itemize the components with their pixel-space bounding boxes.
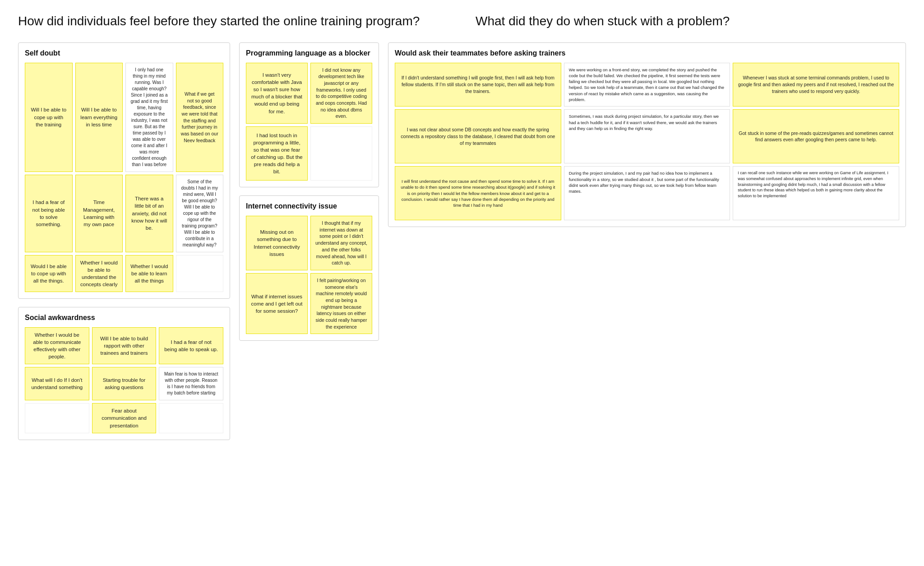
list-item: Will I be able to build rapport with oth… <box>92 327 157 364</box>
list-item: I did not know any development tech like… <box>310 63 372 124</box>
right-page-title: What did they do when stuck with a probl… <box>476 14 906 29</box>
self-doubt-title: Self doubt <box>25 49 223 57</box>
list-item: I felt pairing/working on someone else's… <box>310 273 372 334</box>
list-item: If I didn't understand something I will … <box>395 63 561 107</box>
list-item: I only had one thing in my mind running.… <box>125 63 173 172</box>
list-item: I was not clear about some DB concepts a… <box>395 109 561 163</box>
list-item <box>176 255 224 292</box>
list-item: Whether I would be able to understand th… <box>75 255 123 292</box>
list-item <box>310 126 372 181</box>
list-item: I can recall one such instance while we … <box>733 166 899 220</box>
list-item: Would I be able to cope up with all the … <box>25 255 73 292</box>
left-page-title: How did individuals feel before they sta… <box>18 14 448 29</box>
internet-grid: Missing out on something due to Internet… <box>246 216 372 334</box>
header-right: What did they do when stuck with a probl… <box>476 14 906 29</box>
list-item: Main fear is how to interact with other … <box>159 367 223 400</box>
list-item: Got stuck in some of the pre-reads quizz… <box>733 109 899 163</box>
teammates-grid: If I didn't understand something I will … <box>395 63 899 221</box>
prog-grid: I wasn't very comfortable with Java so I… <box>246 63 372 181</box>
list-item: What will I do If I don't understand som… <box>25 367 89 400</box>
social-grid: Whether I would be able to communicate e… <box>25 327 223 433</box>
programming-group: Programming language as a blocker I wasn… <box>239 42 379 188</box>
list-item: Will I be able to cope up with the train… <box>25 63 73 172</box>
right-section: Would ask their teammates before asking … <box>388 42 906 448</box>
list-item: Whether I would be able to learn all the… <box>125 255 173 292</box>
list-item: Fear about communication and presentatio… <box>92 403 157 433</box>
self-doubt-grid: Will I be able to cope up with the train… <box>25 63 223 292</box>
list-item: I had a fear of not being able to speak … <box>159 327 223 364</box>
list-item: Whether I would be able to communicate e… <box>25 327 89 364</box>
list-item: Missing out on something due to Internet… <box>246 216 308 270</box>
list-item: What if we get not so good feedback, sin… <box>176 63 224 172</box>
list-item <box>25 403 89 433</box>
list-item: I thought that if my internet was down a… <box>310 216 372 270</box>
list-item: We were working on a front-end story, we… <box>564 63 730 107</box>
list-item: Some of the doubts I had in my mind were… <box>176 175 224 252</box>
page-header: How did individuals feel before they sta… <box>18 14 906 29</box>
list-item: Sometimes, I was stuck during project si… <box>564 109 730 163</box>
programming-title: Programming language as a blocker <box>246 49 372 57</box>
list-item: Time Management, Learning with my own pa… <box>75 175 123 252</box>
middle-section: Programming language as a blocker I wasn… <box>239 42 379 448</box>
header-left: How did individuals feel before they sta… <box>18 14 448 29</box>
main-content: Self doubt Will I be able to cope up wit… <box>18 42 906 448</box>
list-item: Starting trouble for asking questions <box>92 367 157 400</box>
list-item: Will I be able to learn everything in le… <box>75 63 123 172</box>
list-item <box>159 403 223 433</box>
left-section: Self doubt Will I be able to cope up wit… <box>18 42 230 448</box>
self-doubt-group: Self doubt Will I be able to cope up wit… <box>18 42 230 299</box>
list-item: There was a little bit of an anxiety, di… <box>125 175 173 252</box>
teammates-title: Would ask their teammates before asking … <box>395 49 899 57</box>
list-item: I had a fear of not being able to solve … <box>25 175 73 252</box>
internet-title: Internet connectivity issue <box>246 202 372 210</box>
internet-group: Internet connectivity issue Missing out … <box>239 195 379 341</box>
list-item: I wasn't very comfortable with Java so I… <box>246 63 308 124</box>
list-item: Whenever I was stuck at some terminal co… <box>733 63 899 107</box>
social-awkwardness-group: Social awkwardness Whether I would be ab… <box>18 307 230 440</box>
list-item: During the project simulation, I and my … <box>564 166 730 220</box>
teammates-group: Would ask their teammates before asking … <box>388 42 906 227</box>
social-awkwardness-title: Social awkwardness <box>25 314 223 322</box>
list-item: What if internet issues come and I get l… <box>246 273 308 334</box>
list-item: I will first understand the root cause a… <box>395 166 561 220</box>
list-item: I had lost touch in programming a little… <box>246 126 308 181</box>
